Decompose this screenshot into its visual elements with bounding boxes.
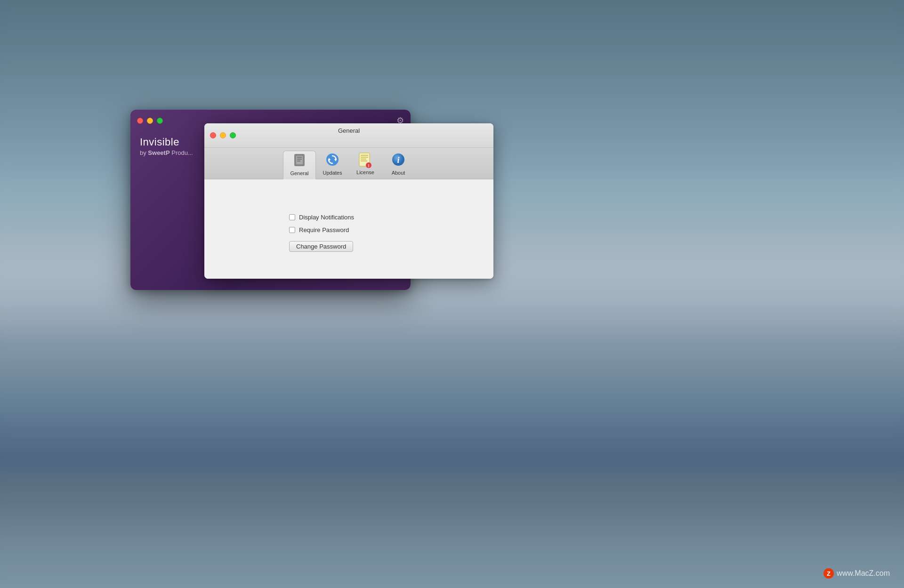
svg-rect-3 [297,159,302,160]
tab-about-label: About [392,170,405,176]
svg-rect-9 [361,155,368,156]
tab-license-label: License [356,169,374,175]
sidebar-close-button[interactable] [137,118,143,124]
display-notifications-checkbox[interactable] [289,214,295,220]
prefs-minimize-button[interactable] [220,132,226,138]
tab-general[interactable]: General [283,151,316,179]
about-icon: i [391,153,405,169]
svg-rect-2 [297,157,302,158]
prefs-maximize-button[interactable] [230,132,236,138]
svg-text:!: ! [368,163,370,168]
prefs-toolbar: General Updates [204,148,493,179]
svg-text:i: i [397,155,399,165]
tab-license[interactable]: ! License [349,151,382,179]
prefs-content: Display Notifications Require Password C… [204,179,493,279]
prefs-window-title: General [338,127,360,134]
preferences-window: General General [204,123,493,279]
display-notifications-label: Display Notifications [299,214,354,221]
bg-blur-overlay [0,0,904,588]
svg-rect-4 [297,161,300,161]
tab-updates-label: Updates [323,170,342,176]
macz-logo: Z [823,568,834,579]
watermark: Z www.MacZ.com [823,568,890,579]
require-password-label: Require Password [299,226,349,234]
license-icon: ! [358,153,372,169]
require-password-row: Require Password [289,226,349,234]
svg-rect-11 [361,159,366,160]
general-icon [292,153,307,169]
tab-updates[interactable]: Updates [316,151,349,179]
require-password-checkbox[interactable] [289,227,295,233]
svg-rect-10 [361,157,368,158]
display-notifications-row: Display Notifications [289,214,354,221]
sidebar-minimize-button[interactable] [147,118,153,124]
prefs-close-button[interactable] [210,132,216,138]
updates-icon [325,153,339,169]
sidebar-maximize-button[interactable] [157,118,163,124]
change-password-button[interactable]: Change Password [289,241,353,252]
prefs-titlebar: General [204,123,493,148]
tab-general-label: General [290,170,308,176]
tab-about[interactable]: i About [382,151,415,179]
svg-rect-12 [361,161,367,161]
prefs-traffic-lights [210,132,236,138]
